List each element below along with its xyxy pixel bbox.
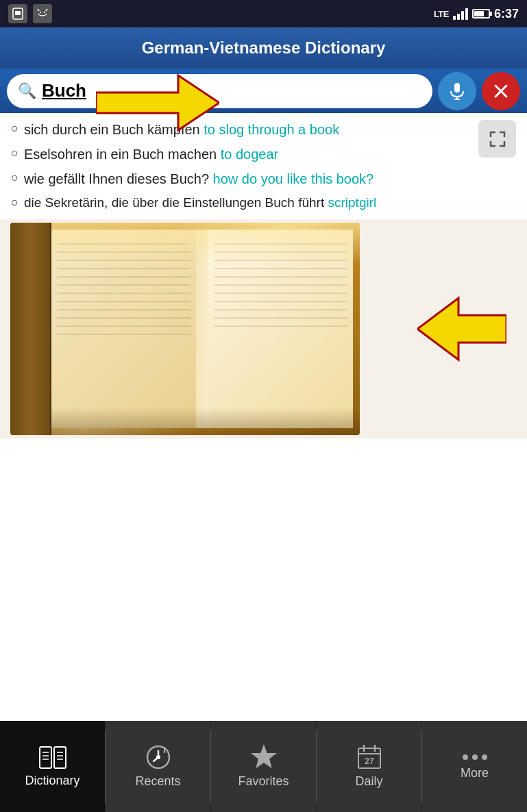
svg-rect-14	[40, 747, 51, 768]
svg-rect-15	[54, 747, 66, 768]
book-illustration	[10, 223, 360, 435]
expand-button[interactable]	[478, 120, 516, 158]
svg-point-31	[472, 754, 478, 760]
nav-label-daily: Daily	[355, 774, 382, 789]
status-bar: LTE 6:37	[0, 0, 527, 27]
nav-label-more: More	[461, 766, 489, 780]
nav-item-favorites[interactable]: Favorites	[211, 721, 316, 812]
phrase-item-4[interactable]: ○ die Sekretärin, die über die Einstellu…	[11, 194, 516, 212]
more-icon	[462, 752, 488, 762]
book-image-container	[0, 219, 527, 439]
book-shadow	[51, 408, 360, 435]
nav-item-more[interactable]: More	[422, 721, 527, 812]
app-header: German-Vietnamese Dictionary	[0, 27, 527, 69]
signal-bars	[453, 8, 468, 20]
svg-line-4	[38, 9, 39, 11]
search-icon: 🔍	[18, 82, 36, 100]
search-input-wrapper[interactable]: 🔍	[7, 74, 432, 108]
bullet-2: ○	[11, 146, 19, 160]
svg-point-32	[482, 754, 487, 760]
phrase-text-3: wie gefällt Ihnen dieses Buch? how do yo…	[24, 169, 373, 188]
bar-3	[461, 11, 464, 20]
status-right: LTE 6:37	[434, 7, 519, 21]
book-spine	[10, 223, 51, 435]
phrase-german-2: Eselsohren in ein Buch machen	[24, 147, 221, 162]
book-glow	[51, 223, 360, 264]
bar-2	[457, 14, 460, 20]
status-left-icons	[8, 4, 52, 23]
phrase-english-2: to dogear	[221, 147, 279, 162]
search-bar: 🔍	[0, 69, 527, 113]
bullet-3: ○	[11, 171, 19, 185]
mic-button[interactable]	[438, 72, 476, 110]
bullet-1: ○	[11, 121, 19, 136]
phrase-german-1: sich durch ein Buch kämpfen	[24, 122, 204, 137]
content-area: ○ sich durch ein Buch kämpfen to slog th…	[0, 113, 527, 212]
battery-icon	[472, 9, 490, 19]
phrase-english-3: how do you like this book?	[213, 171, 374, 186]
bottom-nav: Dictionary Recents Favorites 27 Daily	[0, 721, 527, 812]
phrase-item-1[interactable]: ○ sich durch ein Buch kämpfen to slog th…	[11, 120, 516, 139]
svg-line-5	[46, 9, 47, 11]
svg-rect-6	[454, 83, 460, 93]
clock: 6:37	[494, 7, 519, 21]
svg-rect-1	[15, 11, 21, 15]
bullet-4: ○	[11, 195, 19, 210]
bar-4	[465, 8, 468, 20]
nav-label-recents: Recents	[135, 774, 180, 789]
nav-label-favorites: Favorites	[238, 774, 289, 789]
nav-label-dictionary: Dictionary	[25, 774, 79, 788]
favorites-icon	[251, 744, 277, 770]
bar-1	[453, 16, 456, 20]
phrase-item-3[interactable]: ○ wie gefällt Ihnen dieses Buch? how do …	[11, 169, 516, 188]
svg-text:27: 27	[365, 756, 374, 766]
android-icon	[33, 4, 52, 23]
yellow-arrow-image	[417, 295, 506, 363]
nav-item-recents[interactable]: Recents	[106, 721, 210, 812]
phrase-item-2[interactable]: ○ Eselsohren in ein Buch machen to dogea…	[11, 145, 516, 164]
battery-fill	[474, 11, 484, 16]
phrase-text-1: sich durch ein Buch kämpfen to slog thro…	[24, 120, 339, 139]
phrase-german-3: wie gefällt Ihnen dieses Buch?	[24, 171, 213, 186]
daily-icon: 27	[356, 744, 382, 770]
svg-marker-13	[417, 298, 506, 360]
svg-point-3	[44, 12, 45, 13]
nav-item-daily[interactable]: 27 Daily	[317, 721, 421, 812]
phrase-german-4: die Sekretärin, die über die Einstellung…	[24, 195, 328, 210]
lte-badge: LTE	[434, 9, 449, 19]
right-arrow-container	[417, 295, 506, 363]
recents-icon	[145, 744, 171, 770]
clear-button[interactable]	[482, 72, 520, 110]
phrase-english-4: scriptgirl	[328, 195, 376, 210]
app-title: German-Vietnamese Dictionary	[142, 38, 386, 58]
svg-point-30	[463, 754, 468, 760]
phrase-english-1: to slog through a book	[204, 122, 339, 137]
phrase-text-4: die Sekretärin, die über die Einstellung…	[24, 194, 376, 212]
dictionary-icon	[38, 746, 67, 770]
nav-item-dictionary[interactable]: Dictionary	[0, 721, 105, 812]
svg-point-2	[40, 12, 41, 13]
search-input[interactable]	[42, 80, 421, 101]
sim-icon	[8, 4, 27, 23]
phrase-text-2: Eselsohren in ein Buch machen to dogear	[24, 145, 278, 164]
svg-marker-24	[253, 746, 275, 767]
svg-point-23	[156, 755, 160, 759]
